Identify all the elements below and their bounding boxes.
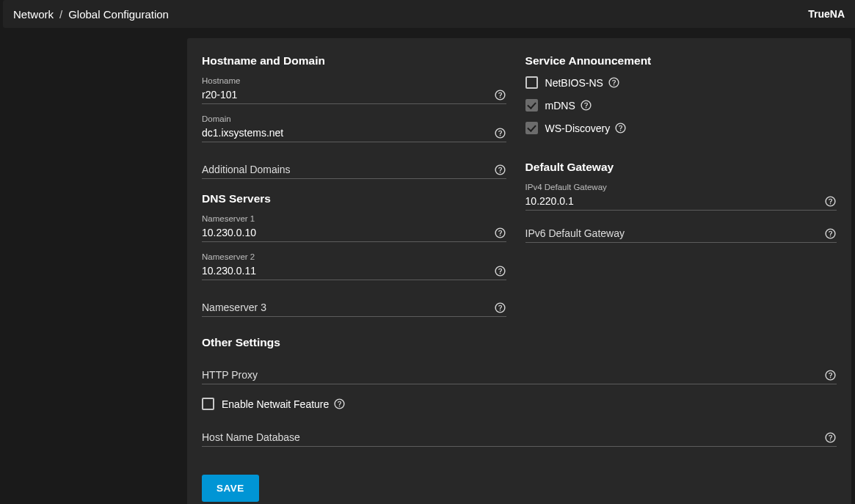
netbios-label: NetBIOS-NS bbox=[545, 77, 603, 89]
section-other: Other Settings bbox=[202, 336, 837, 349]
domain-input[interactable] bbox=[202, 125, 506, 142]
domain-field: Domain bbox=[202, 114, 506, 142]
help-icon[interactable] bbox=[824, 431, 837, 444]
ns1-label: Nameserver 1 bbox=[202, 214, 506, 223]
http-proxy-field bbox=[202, 367, 837, 384]
ipv4-gw-field: IPv4 Default Gateway bbox=[525, 183, 837, 211]
hostname-label: Hostname bbox=[202, 76, 506, 85]
help-icon[interactable] bbox=[494, 227, 506, 239]
netwait-row: Enable Netwait Feature bbox=[202, 398, 837, 410]
mdns-label: mDNS bbox=[545, 100, 575, 112]
brand-label: TrueNA bbox=[808, 8, 845, 20]
help-icon[interactable] bbox=[824, 369, 837, 381]
wsdiscovery-row: WS-Discovery bbox=[525, 122, 837, 134]
mdns-checkbox[interactable] bbox=[525, 99, 538, 112]
ns2-field: Nameserver 2 bbox=[202, 252, 506, 280]
help-icon[interactable] bbox=[494, 302, 506, 314]
domain-label: Domain bbox=[202, 114, 506, 123]
ipv6-gw-input[interactable] bbox=[525, 225, 837, 243]
http-proxy-input[interactable] bbox=[202, 367, 837, 384]
breadcrumb-root[interactable]: Network bbox=[13, 8, 54, 21]
netbios-checkbox[interactable] bbox=[525, 76, 538, 89]
help-icon[interactable] bbox=[824, 227, 837, 240]
help-icon[interactable] bbox=[494, 164, 506, 176]
hostdb-field bbox=[202, 429, 837, 447]
hostdb-input[interactable] bbox=[202, 429, 837, 447]
ns3-input[interactable] bbox=[202, 299, 506, 317]
section-gateway: Default Gateway bbox=[525, 161, 837, 174]
ns2-label: Nameserver 2 bbox=[202, 252, 506, 261]
additional-domains-input[interactable] bbox=[202, 161, 506, 179]
ipv4-gw-input[interactable] bbox=[525, 193, 837, 211]
section-hostname-domain: Hostname and Domain bbox=[202, 54, 506, 67]
breadcrumb-page: Global Configuration bbox=[68, 8, 169, 21]
help-icon[interactable] bbox=[580, 99, 592, 112]
ns3-field bbox=[202, 299, 506, 317]
hostname-input[interactable] bbox=[202, 87, 506, 104]
section-service-announcement: Service Announcement bbox=[525, 54, 837, 67]
ipv6-gw-field bbox=[525, 225, 837, 243]
netwait-checkbox[interactable] bbox=[202, 398, 214, 410]
ns1-input[interactable] bbox=[202, 224, 506, 242]
help-icon[interactable] bbox=[333, 398, 346, 410]
wsdiscovery-label: WS-Discovery bbox=[545, 123, 611, 134]
breadcrumb: Network / Global Configuration bbox=[13, 8, 169, 21]
help-icon[interactable] bbox=[608, 76, 620, 89]
save-button[interactable]: SAVE bbox=[202, 475, 259, 502]
help-icon[interactable] bbox=[494, 265, 506, 277]
section-dns: DNS Servers bbox=[202, 192, 506, 205]
topbar: Network / Global Configuration TrueNA bbox=[3, 0, 855, 28]
mdns-row: mDNS bbox=[525, 99, 837, 112]
help-icon[interactable] bbox=[614, 122, 627, 134]
breadcrumb-separator: / bbox=[59, 8, 62, 21]
ns1-field: Nameserver 1 bbox=[202, 214, 506, 242]
help-icon[interactable] bbox=[494, 127, 506, 139]
config-card: Hostname and Domain Hostname Domain DNS … bbox=[187, 38, 851, 504]
help-icon[interactable] bbox=[824, 195, 837, 208]
wsdiscovery-checkbox[interactable] bbox=[525, 122, 538, 134]
ns2-input[interactable] bbox=[202, 263, 506, 280]
netwait-label: Enable Netwait Feature bbox=[222, 398, 329, 410]
ipv4-gw-label: IPv4 Default Gateway bbox=[525, 183, 837, 191]
help-icon[interactable] bbox=[494, 89, 506, 101]
hostname-field: Hostname bbox=[202, 76, 506, 104]
netbios-row: NetBIOS-NS bbox=[525, 76, 837, 89]
additional-domains-field bbox=[202, 161, 506, 179]
